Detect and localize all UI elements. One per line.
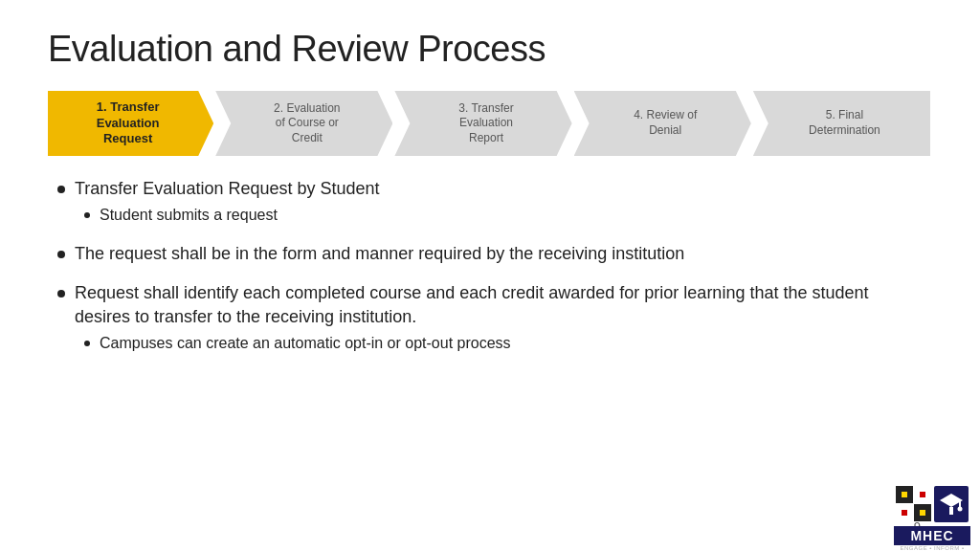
bullet-sub-3-1-text: Campuses can create an automatic opt-in …	[100, 333, 511, 354]
bullet-sub-1-1-text: Student submits a request	[100, 205, 278, 226]
mhec-logo: MHEC ENGAGE • INFORM • SUPPORT	[894, 484, 970, 541]
bullet-main-3: Request shall identify each completed co…	[57, 281, 923, 329]
mhec-label-bar: MHEC	[894, 526, 970, 545]
svg-point-28	[958, 507, 963, 512]
svg-rect-26	[949, 507, 953, 515]
process-step-1: 1. TransferEvaluationRequest	[48, 91, 213, 156]
mhec-label-text: MHEC	[910, 528, 953, 543]
process-step-4: 4. Review ofDenial	[574, 91, 751, 156]
bullet-section-3: Request shall identify each completed co…	[57, 281, 923, 355]
svg-rect-21	[914, 504, 920, 521]
process-flow: 1. TransferEvaluationRequest2. Evaluatio…	[48, 91, 932, 156]
bullet-dot-sub	[84, 212, 90, 218]
process-step-5-label: 5. FinalDetermination	[809, 108, 880, 138]
bullet-section-1: Transfer Evaluation Request by StudentSt…	[57, 177, 923, 227]
svg-rect-23	[920, 510, 925, 516]
mhec-flag-svg	[894, 484, 970, 526]
bullet-section-2: The request shall be in the form and man…	[57, 242, 923, 266]
mhec-tagline: ENGAGE • INFORM • SUPPORT	[894, 545, 970, 551]
bullet-main-1-text: Transfer Evaluation Request by Student	[75, 177, 380, 201]
bullet-sub-1-1: Student submits a request	[84, 205, 923, 226]
svg-rect-3	[896, 486, 902, 503]
bullet-dot	[57, 290, 65, 298]
svg-rect-15	[896, 504, 902, 521]
bullet-dot-sub	[84, 341, 90, 346]
process-step-3: 3. TransferEvaluationReport	[394, 91, 571, 156]
svg-rect-9	[914, 486, 920, 503]
svg-rect-4	[907, 486, 913, 503]
svg-rect-10	[925, 486, 931, 503]
slide: Evaluation and Review Process 1. Transfe…	[0, 0, 980, 551]
process-step-3-label: 3. TransferEvaluationReport	[458, 101, 513, 146]
bullet-main-3-text: Request shall identify each completed co…	[75, 281, 923, 329]
svg-rect-11	[920, 492, 925, 497]
bullet-main-2: The request shall be in the form and man…	[57, 242, 923, 266]
bullet-main-1: Transfer Evaluation Request by Student	[57, 177, 923, 201]
process-step-1-label: 1. TransferEvaluationRequest	[97, 99, 160, 148]
page-title: Evaluation and Review Process	[48, 29, 932, 70]
bullet-main-2-text: The request shall be in the form and man…	[75, 242, 684, 266]
process-step-5: 5. FinalDetermination	[753, 91, 930, 156]
svg-rect-17	[902, 510, 907, 516]
process-step-2: 2. Evaluationof Course orCredit	[215, 91, 392, 156]
process-step-4-label: 4. Review ofDenial	[634, 108, 697, 138]
svg-rect-5	[902, 492, 907, 497]
bullet-sub-3-1: Campuses can create an automatic opt-in …	[84, 333, 923, 354]
bullet-content: Transfer Evaluation Request by StudentSt…	[48, 177, 932, 355]
bullet-dot	[57, 251, 65, 258]
svg-rect-16	[907, 504, 913, 521]
process-step-2-label: 2. Evaluationof Course orCredit	[274, 101, 340, 146]
svg-rect-22	[925, 504, 931, 521]
bullet-dot	[57, 186, 65, 193]
